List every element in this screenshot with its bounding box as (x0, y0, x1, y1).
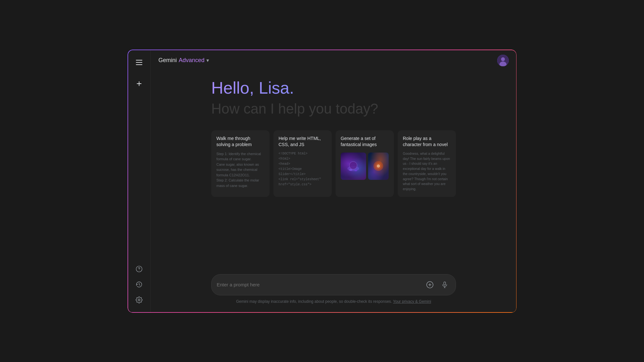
card-preview-1: Step 1: Identify the chemical formula of… (216, 151, 264, 192)
user-avatar[interactable] (497, 55, 509, 66)
app-name: Gemini (158, 57, 177, 64)
card-html-css-js[interactable]: Help me write HTML, CSS, and JS <!DOCTYP… (273, 130, 332, 197)
microphone-icon (441, 281, 448, 288)
card-title-3: Generate a set of fantastical images (341, 135, 389, 148)
disclaimer: Gemini may display inaccurate info, incl… (211, 299, 456, 306)
new-chat-button[interactable] (133, 77, 146, 90)
greeting-name: Hello, Lisa. (211, 78, 456, 98)
svg-point-1 (139, 270, 139, 270)
card-title-4: Role play as a character from a novel (403, 135, 451, 148)
content-area: Hello, Lisa. How can I help you today? W… (151, 71, 516, 313)
sidebar-top (133, 56, 146, 90)
svg-rect-14 (444, 282, 446, 285)
history-icon (136, 281, 143, 288)
hamburger-line-2 (136, 62, 142, 63)
app-tier: Advanced (179, 57, 204, 64)
main-content: Gemini Advanced ▾ Hello, Lisa. How ca (151, 50, 516, 313)
input-wrapper (211, 274, 456, 295)
svg-point-12 (377, 164, 380, 168)
header: Gemini Advanced ▾ (151, 50, 516, 71)
spiral-decoration (370, 158, 386, 174)
sidebar-bottom (133, 263, 146, 306)
plus-circle-icon (426, 281, 434, 289)
gear-icon (136, 296, 143, 303)
plus-icon (136, 80, 143, 87)
add-attachment-button[interactable] (424, 279, 436, 291)
card-title-1: Walk me through solving a problem (216, 135, 264, 148)
fantastical-image-1 (341, 153, 366, 180)
prompt-input[interactable] (217, 282, 421, 287)
history-button[interactable] (133, 278, 146, 291)
card-fantastical-images[interactable]: Generate a set of fantastical images (336, 130, 394, 197)
suggestion-cards: Walk me through solving a problem Step 1… (211, 130, 456, 197)
card-title-2: Help me write HTML, CSS, and JS (279, 135, 327, 148)
svg-point-9 (355, 170, 357, 172)
hamburger-line-3 (136, 64, 142, 65)
planet-decoration (344, 156, 363, 176)
svg-point-3 (501, 57, 505, 61)
help-button[interactable] (133, 263, 146, 275)
app-container: Gemini Advanced ▾ Hello, Lisa. How ca (127, 49, 517, 313)
disclaimer-text: Gemini may display inaccurate info, incl… (236, 299, 392, 304)
card-images-preview (341, 153, 389, 192)
header-title-group: Gemini Advanced ▾ (158, 57, 209, 64)
greeting-subtitle: How can I help you today? (211, 100, 456, 117)
avatar-image (497, 55, 509, 66)
privacy-link[interactable]: Your privacy & Gemini (393, 299, 431, 304)
title-dropdown-button[interactable]: ▾ (206, 57, 209, 63)
chevron-down-icon: ▾ (206, 58, 209, 63)
help-icon (136, 265, 143, 273)
menu-button[interactable] (133, 56, 146, 69)
fantastical-image-2 (368, 153, 389, 180)
card-preview-4: Goodness, what a delightful day! The sun… (403, 151, 451, 192)
input-section: Gemini may display inaccurate info, incl… (211, 274, 456, 306)
sidebar (128, 50, 151, 313)
settings-button[interactable] (133, 293, 146, 306)
greeting-section: Hello, Lisa. How can I help you today? (211, 78, 456, 117)
microphone-button[interactable] (439, 279, 450, 291)
svg-point-8 (349, 169, 352, 171)
hamburger-line-1 (136, 60, 142, 60)
card-solve-problem[interactable]: Walk me through solving a problem Step 1… (211, 130, 270, 197)
card-preview-2: <!DOCTYPE html> <html> <head> <title>Ima… (279, 151, 327, 187)
card-role-play[interactable]: Role play as a character from a novel Go… (398, 130, 456, 197)
